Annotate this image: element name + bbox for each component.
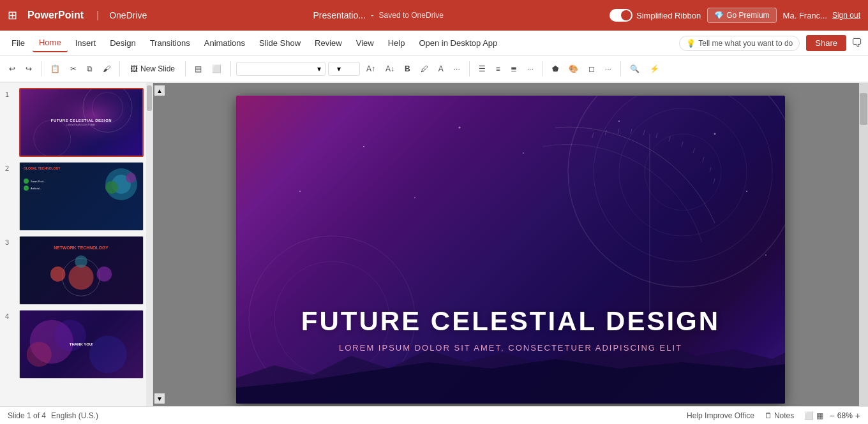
share-button[interactable]: Share: [806, 35, 846, 51]
status-bar: Slide 1 of 4 English (U.S.) Help Improve…: [0, 406, 868, 424]
font-size-dropdown[interactable]: ▾: [328, 62, 360, 76]
simplified-ribbon-toggle[interactable]: [610, 9, 632, 22]
font-name-value: [241, 64, 243, 73]
scroll-up-button[interactable]: ▲: [154, 85, 165, 96]
numbering-button[interactable]: ≡: [492, 62, 504, 76]
saved-status: Saved to OneDrive: [379, 11, 444, 20]
toolbar-divider-1: [41, 61, 41, 77]
scroll-down-button[interactable]: ▼: [154, 393, 165, 404]
menu-review[interactable]: Review: [308, 34, 348, 52]
slide-number-1: 1: [5, 88, 14, 98]
menu-design[interactable]: Design: [103, 34, 142, 52]
vertical-scroll-container: ▲ ▼: [153, 83, 166, 406]
bullets-button[interactable]: ☰: [475, 62, 490, 76]
sign-out-link[interactable]: Sign out: [832, 11, 860, 20]
comment-icon[interactable]: 🗨: [851, 36, 863, 50]
format-painter-button[interactable]: 🖌: [99, 62, 114, 76]
svg-rect-0: [22, 89, 142, 156]
slide-thumbnail-4[interactable]: THANK YOU!: [19, 310, 144, 379]
language-info: English (U.S.): [51, 411, 98, 420]
menu-home[interactable]: Home: [33, 34, 68, 52]
font-color-button[interactable]: A: [435, 62, 447, 76]
outline-button[interactable]: ◻: [585, 62, 599, 76]
layout-button[interactable]: ▤: [191, 62, 206, 76]
menu-view[interactable]: View: [350, 34, 380, 52]
slide-item-2[interactable]: 2 GLOBAL TECHNOLOGY: [5, 162, 147, 231]
go-premium-button[interactable]: 💎 Go Premium: [707, 8, 776, 23]
highlight-button[interactable]: 🖊: [417, 62, 432, 76]
zoom-in-button[interactable]: +: [855, 411, 860, 421]
fill-button[interactable]: 🎨: [565, 62, 582, 76]
redo-button[interactable]: ↪: [22, 62, 36, 76]
menu-transitions[interactable]: Transitions: [144, 34, 197, 52]
font-dropdown-arrow: ▾: [317, 64, 321, 73]
main-slide: FUTURE CELESTIAL DESIGN LOREM IPSUM DOLO…: [236, 96, 785, 404]
more-para-button[interactable]: ···: [523, 62, 537, 76]
zoom-level: 68%: [837, 411, 853, 420]
bold-button[interactable]: B: [401, 62, 414, 76]
menu-help[interactable]: Help: [382, 34, 412, 52]
title-bar: ⊞ PowerPoint | OneDrive Presentatio... -…: [0, 0, 868, 31]
new-slide-label: New Slide: [140, 64, 175, 73]
font-increase-button[interactable]: A↑: [363, 62, 379, 76]
menu-insert[interactable]: Insert: [69, 34, 103, 52]
search-button[interactable]: 🔍: [626, 62, 643, 76]
slide-info: Slide 1 of 4: [8, 411, 46, 420]
font-decrease-button[interactable]: A↓: [382, 62, 398, 76]
main-content: 1 FUTURE C: [0, 83, 868, 406]
zoom-out-button[interactable]: −: [830, 411, 835, 421]
tell-me-input[interactable]: 💡 Tell me what you want to do: [679, 36, 800, 51]
align-button[interactable]: ≣: [507, 62, 521, 76]
onedrive-label[interactable]: OneDrive: [109, 10, 147, 20]
more-text-button[interactable]: ···: [450, 62, 464, 76]
svg-point-17: [89, 335, 127, 373]
slide-thumbnail-1[interactable]: FUTURE CELESTIAL DESIGN LOREM IPSUM DOLO…: [19, 88, 144, 157]
notes-icon: 🗒: [765, 411, 772, 420]
slide-thumbnail-3[interactable]: NETWORK TECHNOLOGY: [19, 236, 144, 305]
notes-button[interactable]: 🗒 Notes: [761, 410, 798, 421]
menu-open-desktop[interactable]: Open in Desktop App: [412, 34, 504, 52]
more-shape-button[interactable]: ···: [601, 62, 615, 76]
zoom-controls: − 68% +: [830, 411, 860, 421]
user-name: Ma. Franc...: [783, 11, 827, 20]
slide-number-3: 3: [5, 236, 14, 246]
cut-button[interactable]: ✂: [66, 62, 80, 76]
app-grid-icon[interactable]: ⊞: [8, 8, 17, 22]
menu-file[interactable]: File: [5, 34, 31, 52]
shapes-button[interactable]: ⬟: [548, 62, 562, 76]
font-name-dropdown[interactable]: ▾: [236, 62, 326, 76]
toolbar: ↩ ↪ 📋 ✂ ⧉ 🖌 🖼 New Slide ▤ ⬜ ▾ ▾ A↑ A↓ B …: [0, 56, 868, 83]
copy-button[interactable]: ⧉: [83, 62, 96, 76]
slide-content: FUTURE CELESTIAL DESIGN LOREM IPSUM DOLO…: [236, 306, 785, 353]
clipboard-button[interactable]: 📋: [47, 62, 64, 76]
notes-label: Notes: [774, 411, 794, 420]
new-slide-icon: 🖼: [130, 64, 138, 73]
svg-point-15: [55, 320, 86, 351]
slide-item-1[interactable]: 1 FUTURE C: [5, 88, 147, 157]
user-section: Ma. Franc... Sign out: [783, 11, 860, 20]
menu-bar: File Home Insert Design Transitions Anim…: [0, 31, 868, 56]
slide-item-4[interactable]: 4 THANK YOU!: [5, 310, 147, 379]
new-slide-button[interactable]: 🖼 New Slide: [125, 62, 180, 76]
slide-thumbnail-2[interactable]: GLOBAL TECHNOLOGY Smart Prod...: [19, 162, 144, 231]
slide-subtitle: LOREM IPSUM DOLOR SIT AMET, CONSECTETUER…: [236, 343, 785, 353]
slide-number-2: 2: [5, 162, 14, 172]
share-label: Share: [815, 38, 837, 48]
undo-button[interactable]: ↩: [5, 62, 19, 76]
menu-slideshow[interactable]: Slide Show: [253, 34, 307, 52]
designer-button[interactable]: ⚡: [646, 62, 663, 76]
svg-point-11: [50, 267, 66, 282]
presentation-title[interactable]: Presentatio...: [313, 10, 366, 20]
slide-panel-scrollbar[interactable]: [146, 83, 153, 406]
canvas-scrollbar-thumb[interactable]: [860, 93, 867, 125]
view-icons: ⬜ ▦: [804, 411, 823, 420]
slide-size-button[interactable]: ⬜: [208, 62, 225, 76]
svg-point-7: [126, 173, 136, 183]
font-size-value: [333, 64, 334, 73]
toolbar-divider-2: [119, 61, 120, 77]
canvas-scrollbar[interactable]: [859, 83, 868, 406]
menu-animations[interactable]: Animations: [198, 34, 251, 52]
slide-item-3[interactable]: 3 NETWORK TECHNOLOGY: [5, 236, 147, 305]
scrollbar-thumb[interactable]: [147, 85, 152, 111]
slide-panel: 1 FUTURE C: [0, 83, 153, 406]
